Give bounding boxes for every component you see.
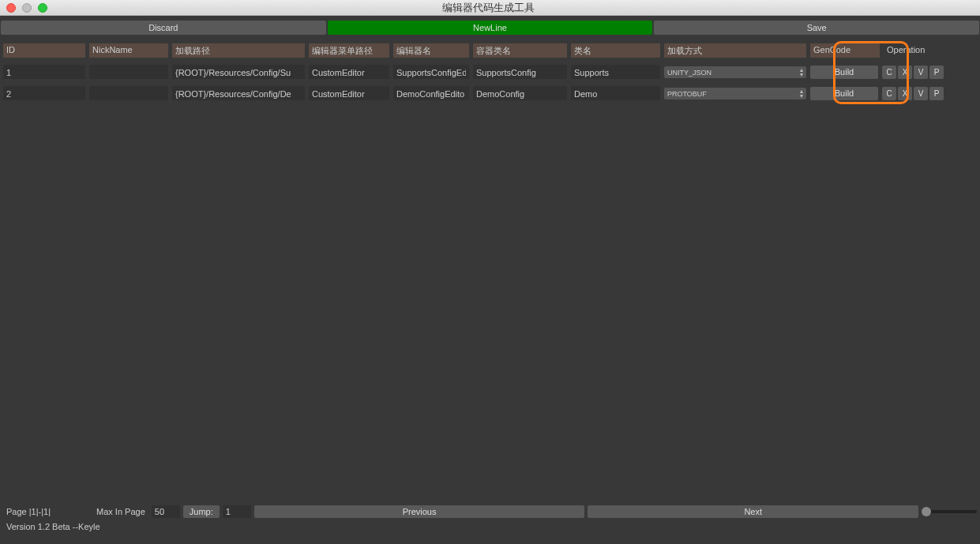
classname-field[interactable] xyxy=(571,86,660,100)
editorname-field[interactable] xyxy=(393,65,469,79)
pagination-row: Page |1|-|1| Max In Page Jump: Previous … xyxy=(0,505,980,519)
id-field[interactable] xyxy=(3,65,85,79)
header-operation: Operation xyxy=(884,43,977,58)
save-button[interactable]: Save xyxy=(654,21,979,35)
header-id: ID xyxy=(3,43,85,58)
op-v-button[interactable]: V xyxy=(914,66,928,79)
newline-button[interactable]: NewLine xyxy=(328,21,653,35)
header-classname: 类名 xyxy=(571,43,660,58)
operation-group: C X V P xyxy=(882,66,944,79)
main-toolbar: Discard NewLine Save xyxy=(0,21,980,35)
window-titlebar: 编辑器代码生成工具 xyxy=(0,0,980,16)
table-row: PROTOBUF ▴▾ Build C X V P xyxy=(3,85,977,101)
op-v-button[interactable]: V xyxy=(914,87,928,100)
header-gencode: GenCode xyxy=(810,43,880,58)
loadtype-value: UNITY_JSON xyxy=(667,69,712,77)
header-container: 容器类名 xyxy=(473,43,567,58)
op-c-button[interactable]: C xyxy=(882,66,896,79)
loadtype-dropdown[interactable]: PROTOBUF ▴▾ xyxy=(664,88,806,99)
operation-group: C X V P xyxy=(882,87,944,100)
nickname-field[interactable] xyxy=(89,65,168,79)
header-loadpath: 加载路径 xyxy=(172,43,305,58)
loadpath-field[interactable] xyxy=(172,65,305,79)
footer: Page |1|-|1| Max In Page Jump: Previous … xyxy=(0,505,980,535)
header-editorname: 编辑器名 xyxy=(393,43,469,58)
nickname-field[interactable] xyxy=(89,86,168,100)
zoom-window-icon[interactable] xyxy=(38,3,47,13)
op-x-button[interactable]: X xyxy=(898,87,912,100)
build-button[interactable]: Build xyxy=(810,66,878,79)
dropdown-arrows-icon: ▴▾ xyxy=(800,89,803,99)
max-in-page-label: Max In Page xyxy=(93,507,148,516)
jump-button[interactable]: Jump: xyxy=(183,505,220,518)
table-row: UNITY_JSON ▴▾ Build C X V P xyxy=(3,64,977,80)
op-x-button[interactable]: X xyxy=(898,66,912,79)
jump-page-input[interactable] xyxy=(223,505,251,518)
loadtype-value: PROTOBUF xyxy=(667,90,707,98)
menupath-field[interactable] xyxy=(309,86,389,100)
op-p-button[interactable]: P xyxy=(929,66,944,79)
previous-button[interactable]: Previous xyxy=(254,505,585,518)
container-field[interactable] xyxy=(473,65,567,79)
op-c-button[interactable]: C xyxy=(882,87,896,100)
header-row: ID NickName 加载路径 编辑器菜单路径 编辑器名 容器类名 类名 加载… xyxy=(3,43,977,58)
classname-field[interactable] xyxy=(571,65,660,79)
next-button[interactable]: Next xyxy=(588,505,918,518)
header-loadtype: 加载方式 xyxy=(664,43,806,58)
zoom-slider[interactable] xyxy=(922,510,977,513)
header-menupath: 编辑器菜单路径 xyxy=(309,43,389,58)
dropdown-arrows-icon: ▴▾ xyxy=(800,68,803,77)
editorname-field[interactable] xyxy=(393,86,469,100)
container-field[interactable] xyxy=(473,86,567,100)
loadpath-field[interactable] xyxy=(172,86,305,100)
header-nickname: NickName xyxy=(89,43,168,58)
traffic-lights xyxy=(6,3,47,13)
close-window-icon[interactable] xyxy=(6,3,16,13)
page-indicator: Page |1|-|1| xyxy=(3,507,90,516)
op-p-button[interactable]: P xyxy=(929,87,944,100)
id-field[interactable] xyxy=(3,86,85,100)
data-grid: ID NickName 加载路径 编辑器菜单路径 编辑器名 容器类名 类名 加载… xyxy=(0,43,980,101)
loadtype-dropdown[interactable]: UNITY_JSON ▴▾ xyxy=(664,66,806,78)
minimize-window-icon[interactable] xyxy=(22,3,32,13)
max-in-page-input[interactable] xyxy=(152,505,180,518)
version-label: Version 1.2 Beta --Keyle xyxy=(0,519,980,535)
discard-button[interactable]: Discard xyxy=(1,21,326,35)
build-button[interactable]: Build xyxy=(810,87,878,100)
window-title: 编辑器代码生成工具 xyxy=(47,1,929,15)
menupath-field[interactable] xyxy=(309,65,389,79)
slider-thumb-icon[interactable] xyxy=(922,507,931,516)
